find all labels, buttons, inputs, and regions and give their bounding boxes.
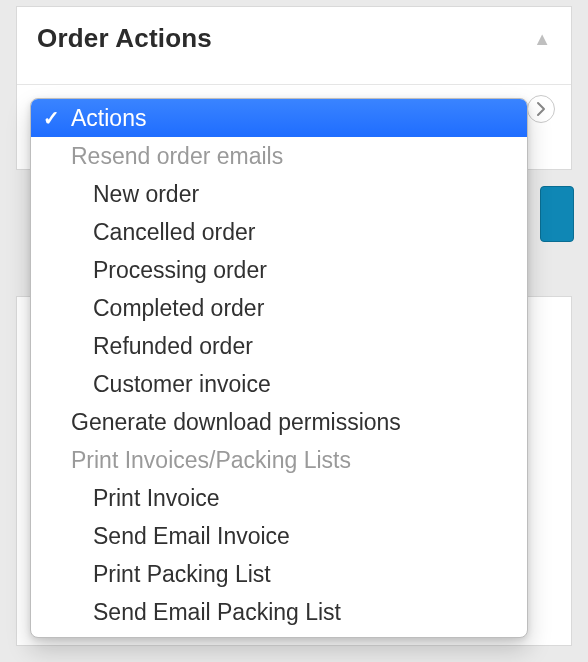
dropdown-option-label: Actions: [71, 105, 146, 131]
order-actions-dropdown[interactable]: ✓ Actions Resend order emails New order …: [30, 98, 528, 638]
dropdown-option-generate-permissions[interactable]: Generate download permissions: [31, 403, 527, 441]
dropdown-option-new-order[interactable]: New order: [31, 175, 527, 213]
panel-header: Order Actions ▲: [17, 7, 571, 84]
dropdown-option-actions[interactable]: ✓ Actions: [31, 99, 527, 137]
dropdown-option-print-packing-list[interactable]: Print Packing List: [31, 555, 527, 593]
dropdown-option-completed-order[interactable]: Completed order: [31, 289, 527, 327]
panel-title: Order Actions: [37, 23, 212, 54]
check-icon: ✓: [43, 99, 60, 137]
dropdown-list: ✓ Actions Resend order emails New order …: [31, 99, 527, 637]
save-order-button[interactable]: [540, 186, 574, 242]
dropdown-option-send-email-packing-list[interactable]: Send Email Packing List: [31, 593, 527, 631]
chevron-right-icon: [533, 101, 549, 117]
dropdown-group-print-invoices: Print Invoices/Packing Lists: [31, 441, 527, 479]
dropdown-option-processing-order[interactable]: Processing order: [31, 251, 527, 289]
dropdown-option-send-email-invoice[interactable]: Send Email Invoice: [31, 517, 527, 555]
dropdown-option-refunded-order[interactable]: Refunded order: [31, 327, 527, 365]
dropdown-group-resend-emails: Resend order emails: [31, 137, 527, 175]
panel-collapse-toggle[interactable]: ▲: [533, 30, 551, 48]
dropdown-option-print-invoice[interactable]: Print Invoice: [31, 479, 527, 517]
dropdown-option-cancelled-order[interactable]: Cancelled order: [31, 213, 527, 251]
dropdown-option-customer-invoice[interactable]: Customer invoice: [31, 365, 527, 403]
refresh-icon[interactable]: [527, 95, 555, 123]
